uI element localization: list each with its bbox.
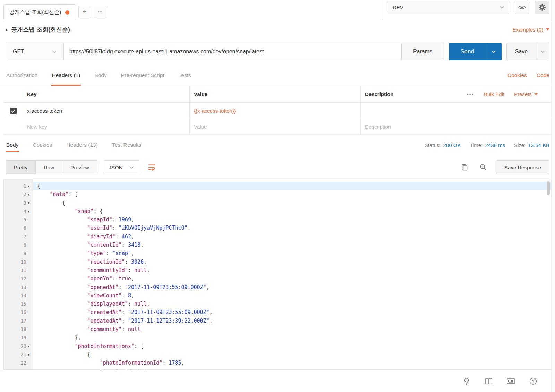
method-select[interactable]: GET	[6, 43, 64, 60]
gear-icon	[538, 3, 546, 11]
fold-caret-icon[interactable]: ▾	[26, 210, 31, 213]
code-line: 23 "type": "photo",	[4, 367, 551, 370]
open-request-tab[interactable]: 공개스냅 조회(최신순)	[3, 4, 75, 20]
fold-caret-icon[interactable]: ▾	[26, 184, 31, 188]
table-options-button[interactable]: •••	[467, 91, 474, 97]
copy-icon	[461, 164, 468, 171]
chevron-down-icon	[52, 50, 57, 53]
header-value-cell[interactable]: {{x-access-token}}	[189, 103, 360, 119]
code-content: },	[33, 333, 551, 342]
bulk-edit-link[interactable]: Bulk Edit	[484, 91, 504, 97]
response-tab-headers[interactable]: Headers (13)	[66, 135, 98, 155]
presets-label: Presets	[514, 91, 532, 97]
line-number: 21▾	[4, 350, 33, 359]
environment-select-value: DEV	[393, 5, 403, 10]
url-input[interactable]: https://50jl87kddg.execute-api.us-east-1…	[64, 43, 402, 60]
time-label: Time:	[470, 142, 483, 148]
fold-caret-icon[interactable]: ▾	[26, 344, 31, 348]
view-mode-preview[interactable]: Preview	[62, 160, 97, 174]
examples-dropdown[interactable]: Examples (0)	[513, 27, 549, 33]
new-tab-button[interactable]: +	[78, 6, 91, 18]
tab-pre-request-script[interactable]: Pre-request Script	[120, 65, 165, 86]
chevron-down-icon	[500, 6, 504, 9]
line-number: 4▾	[4, 207, 33, 215]
params-button[interactable]: Params	[402, 43, 444, 60]
header-key-cell[interactable]: x-access-token	[23, 103, 189, 119]
lightbulb-icon	[463, 377, 470, 385]
search-response-button[interactable]	[477, 161, 489, 173]
new-value-input[interactable]: Value	[189, 119, 360, 134]
new-row-checkbox-cell	[3, 119, 23, 134]
code-content: {	[33, 199, 551, 207]
code-link[interactable]: Code	[537, 72, 549, 78]
code-line: 11 "communityId": null,	[4, 266, 551, 274]
format-select[interactable]: JSON	[104, 160, 139, 174]
code-content: "photoInformationId": 1785,	[33, 359, 551, 367]
send-options-button[interactable]	[486, 43, 502, 60]
response-tabs-row: Body Cookies Headers (13) Test Results S…	[0, 135, 555, 155]
disclosure-triangle-icon[interactable]: ▸	[6, 27, 8, 32]
code-line: 4▾ "snap": {	[4, 207, 551, 215]
header-description-cell[interactable]	[360, 103, 552, 119]
line-number: 2▾	[4, 190, 33, 198]
two-pane-view-button[interactable]	[484, 376, 494, 386]
code-content: "createdAt": "2017-11-09T23:55:09.000Z",	[33, 308, 551, 316]
line-number: 18	[4, 325, 33, 333]
fold-caret-icon[interactable]: ▾	[26, 201, 31, 205]
tab-body[interactable]: Body	[94, 65, 107, 86]
new-description-input[interactable]: Description	[360, 119, 552, 134]
fold-caret-icon[interactable]: ▾	[26, 193, 31, 196]
settings-button[interactable]	[535, 1, 549, 14]
code-content: {	[33, 182, 551, 190]
tips-button[interactable]	[461, 376, 472, 386]
time-value[interactable]: 2438 ms	[485, 142, 505, 148]
environment-quick-look-button[interactable]	[515, 1, 529, 14]
view-mode-pretty[interactable]: Pretty	[6, 160, 36, 174]
new-key-input[interactable]: New key	[23, 119, 189, 134]
tab-headers[interactable]: Headers (1)	[51, 65, 81, 86]
eye-icon	[518, 5, 526, 10]
tab-options-button[interactable]: •••	[94, 6, 106, 18]
presets-dropdown[interactable]: Presets	[514, 91, 538, 97]
response-body-editor[interactable]: 1▾{2▾ "data": [3▾ {4▾ "snap": {5 "snapId…	[3, 179, 552, 370]
line-number: 9	[4, 249, 33, 257]
save-button[interactable]: Save	[506, 43, 536, 60]
wrap-text-button[interactable]	[145, 161, 159, 174]
response-tab-test-results[interactable]: Test Results	[111, 135, 142, 155]
line-number: 6	[4, 224, 33, 232]
code-content: "data": [	[33, 190, 551, 198]
code-content: "openedAt": "2017-11-09T23:55:09.000Z",	[33, 283, 551, 291]
copy-response-button[interactable]	[459, 161, 470, 173]
view-mode-raw[interactable]: Raw	[35, 160, 62, 174]
code-content: "diaryId": 462,	[33, 232, 551, 241]
headers-table: Key Value Description ••• Bulk Edit Pres…	[3, 86, 552, 135]
header-row-x-access-token: x-access-token {{x-access-token}}	[3, 103, 552, 119]
shortcuts-button[interactable]	[506, 376, 516, 386]
save-options-button[interactable]	[536, 43, 549, 60]
cookies-link[interactable]: Cookies	[507, 72, 527, 78]
fold-caret-icon[interactable]: ▾	[26, 353, 31, 357]
status-value[interactable]: 200 OK	[443, 142, 461, 148]
tab-authorization[interactable]: Authorization	[6, 65, 38, 86]
response-tab-body[interactable]: Body	[6, 135, 19, 155]
status-pair: Status: 200 OK	[425, 142, 461, 148]
size-value[interactable]: 13.54 KB	[528, 142, 549, 148]
save-response-button[interactable]: Save Response	[496, 160, 549, 174]
help-button[interactable]: ?	[528, 376, 538, 386]
environment-select[interactable]: DEV	[388, 1, 509, 14]
code-line: 21▾ {	[4, 350, 551, 359]
row-checkbox[interactable]	[10, 108, 17, 114]
line-number: 7	[4, 232, 33, 241]
code-content: "updatedAt": "2017-11-12T23:39:22.000Z",	[33, 317, 551, 325]
column-description: Description	[365, 91, 394, 97]
column-key: Key	[23, 86, 189, 102]
tab-tests[interactable]: Tests	[178, 65, 192, 86]
page-title: ▸ 공개스냅 조회(최신순)	[6, 26, 70, 34]
code-content: "photoInformations": [	[33, 342, 551, 350]
editor-scrollbar[interactable]	[547, 181, 550, 195]
header-controls: ••• Bulk Edit Presets	[467, 91, 538, 97]
send-button[interactable]: Send	[449, 43, 486, 60]
window-scrollbar[interactable]	[551, 0, 555, 392]
column-description-cell: Description ••• Bulk Edit Presets	[360, 86, 552, 102]
response-tab-cookies[interactable]: Cookies	[32, 135, 53, 155]
